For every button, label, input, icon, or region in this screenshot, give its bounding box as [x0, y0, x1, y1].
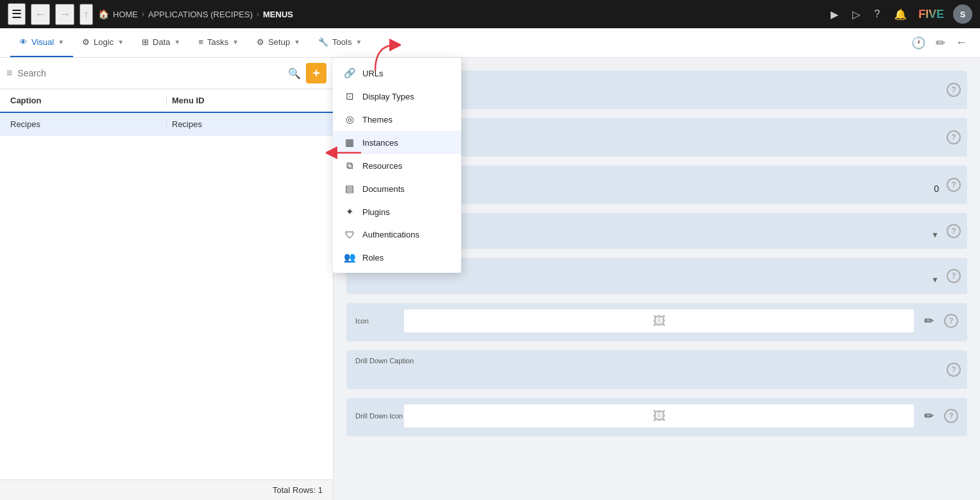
tools-caret: ▼	[355, 39, 362, 46]
menu-item-resources[interactable]: ⧉ Resources	[333, 154, 461, 177]
roles-icon: 👥	[343, 252, 356, 263]
menu-item-display-types[interactable]: ⊡ Display Types	[333, 85, 461, 108]
menu-item-roles[interactable]: 👥 Roles	[333, 246, 461, 269]
tab-visual[interactable]: 👁 Visual ▼	[10, 28, 73, 57]
tab-logic[interactable]: ⚙ Logic ▼	[73, 28, 133, 57]
setup-caret: ▼	[294, 39, 300, 46]
tab-data-label: Data	[153, 37, 170, 47]
table-row[interactable]: Recipes Recipes	[0, 113, 333, 136]
breadcrumb-home[interactable]: HOME	[113, 10, 138, 19]
setup-icon: ⚙	[257, 37, 264, 47]
icon-preview: 🖼	[404, 309, 914, 332]
parent-menu-arrow: ▼	[931, 275, 939, 284]
sep1: ›	[142, 10, 144, 19]
tab-tasks-label: Tasks	[207, 37, 228, 47]
main-layout: ≡ 🔍 + Caption Menu ID Recipes Recipes To…	[0, 58, 980, 500]
five-logo: FIVE	[918, 8, 944, 21]
icon-label: Icon	[355, 317, 394, 325]
header-divider	[166, 96, 167, 105]
menu-id-help-icon[interactable]: ?	[947, 130, 961, 144]
tasks-caret: ▼	[232, 39, 239, 46]
menu-item-urls[interactable]: 🔗 URLs	[333, 62, 461, 85]
drill-down-caption-help-icon[interactable]: ?	[947, 363, 961, 377]
row-divider	[166, 119, 167, 129]
up-button[interactable]: ↑	[80, 4, 93, 25]
tasks-icon: ≡	[198, 37, 203, 47]
row-caption: Recipes	[10, 119, 161, 129]
present-button[interactable]: ▷	[850, 6, 863, 23]
drill-down-icon-edit-button[interactable]: ✏	[924, 409, 934, 423]
tab-visual-label: Visual	[31, 37, 54, 47]
list-header: Caption Menu ID	[0, 89, 333, 113]
logic-caret: ▼	[117, 39, 124, 46]
display-types-icon: ⊡	[343, 91, 356, 102]
parent-menu-help-icon[interactable]: ?	[947, 269, 961, 283]
search-button[interactable]: 🔍	[288, 67, 301, 80]
urls-label: URLs	[362, 69, 384, 78]
tab-setup[interactable]: ⚙ Setup ▼	[248, 28, 309, 57]
data-caret: ▼	[174, 39, 181, 46]
icon-help-icon[interactable]: ?	[944, 314, 958, 328]
filter-icon: ≡	[6, 67, 12, 79]
search-input[interactable]	[17, 68, 283, 78]
parent-menu-value	[355, 275, 931, 285]
menu-order-help-icon[interactable]: ?	[947, 178, 961, 192]
breadcrumb-menus[interactable]: MENUS	[263, 10, 293, 19]
urls-icon: 🔗	[343, 67, 356, 79]
instances-label: Instances	[362, 138, 398, 148]
second-nav: 👁 Visual ▼ ⚙ Logic ▼ ⊞ Data ▼ ≡ Tasks ▼ …	[0, 28, 980, 58]
top-nav: ☰ ← → ↑ 🏠 HOME › APPLICATIONS (RECIPES) …	[0, 0, 980, 28]
drill-down-caption-input[interactable]	[355, 367, 939, 380]
instances-icon: ▦	[343, 137, 356, 148]
resources-icon: ⧉	[343, 160, 356, 171]
tab-setup-label: Setup	[268, 37, 290, 47]
auth-icon: 🛡	[343, 229, 356, 240]
icon-edit-button[interactable]: ✏	[924, 314, 934, 328]
menu-item-authentications[interactable]: 🛡 Authentications	[333, 223, 461, 246]
menu-item-themes[interactable]: ◎ Themes	[333, 108, 461, 131]
tools-icon: 🔧	[318, 37, 328, 47]
hamburger-button[interactable]: ☰	[8, 3, 26, 25]
drill-down-icon-preview: 🖼	[404, 404, 914, 427]
drill-down-caption-field-group: Drill Down Caption ?	[346, 350, 967, 389]
notification-button[interactable]: 🔔	[891, 6, 909, 23]
menu-item-plugins[interactable]: ✦ Plugins	[333, 200, 461, 223]
tab-data[interactable]: ⊞ Data ▼	[133, 28, 189, 57]
left-panel: ≡ 🔍 + Caption Menu ID Recipes Recipes To…	[0, 58, 334, 500]
second-nav-right: 🕐 ✏ ←	[909, 28, 970, 57]
data-icon: ⊞	[142, 37, 149, 47]
roles-label: Roles	[362, 253, 384, 263]
plugins-icon: ✦	[343, 206, 356, 218]
tab-tools[interactable]: 🔧 Tools ▼	[309, 28, 371, 57]
plugins-label: Plugins	[362, 207, 390, 217]
caption-help-icon[interactable]: ?	[947, 83, 961, 97]
list-footer: Total Rows: 1	[0, 479, 333, 500]
tab-tasks[interactable]: ≡ Tasks ▼	[189, 28, 248, 57]
avatar-button[interactable]: S	[953, 4, 972, 24]
action-help-icon[interactable]: ?	[947, 224, 961, 238]
help-button[interactable]: ?	[872, 6, 883, 22]
visual-caret: ▼	[58, 39, 64, 46]
nav-right: ▶ ▷ ? 🔔 FIVE S	[828, 4, 972, 24]
themes-icon: ◎	[343, 114, 356, 125]
home-icon: 🏠	[98, 9, 109, 19]
play-button[interactable]: ▶	[828, 6, 841, 23]
display-types-label: Display Types	[362, 92, 414, 101]
setup-dropdown-menu: 🔗 URLs ⊡ Display Types ◎ Themes ▦ Instan…	[333, 58, 461, 273]
drill-down-icon-help-icon[interactable]: ?	[944, 409, 958, 423]
row-menu-id: Recipes	[172, 119, 323, 129]
drill-down-icon-field-group: Drill Down Icon 🖼 ✏ ?	[346, 398, 967, 436]
themes-label: Themes	[362, 115, 393, 125]
menu-item-documents[interactable]: ▤ Documents	[333, 177, 461, 200]
history-button[interactable]: 🕐	[909, 33, 928, 53]
add-button[interactable]: +	[306, 63, 326, 83]
breadcrumb-applications[interactable]: APPLICATIONS (RECIPES)	[148, 10, 253, 19]
total-rows-label: Total Rows: 1	[273, 485, 323, 495]
back-button[interactable]: ←	[31, 4, 50, 25]
edit-button[interactable]: ✏	[933, 33, 948, 53]
drill-down-icon-placeholder: 🖼	[653, 409, 666, 424]
menu-item-instances[interactable]: ▦ Instances	[333, 131, 461, 154]
resources-label: Resources	[362, 161, 402, 171]
nav-back-button[interactable]: ←	[953, 33, 970, 52]
forward-button[interactable]: →	[55, 4, 74, 25]
